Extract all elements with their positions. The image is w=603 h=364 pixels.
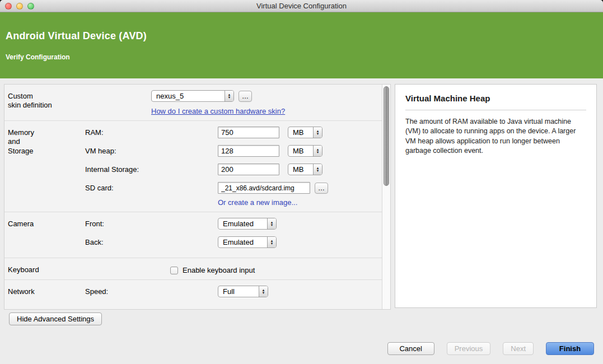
enable-keyboard-label: Enable keyboard input: [183, 266, 255, 274]
window-title: Virtual Device Configuration: [0, 2, 603, 10]
vm-heap-unit-value: MB: [288, 147, 313, 155]
vm-heap-label: VM heap:: [85, 147, 218, 155]
window-zoom-button[interactable]: [27, 3, 34, 10]
cancel-button[interactable]: Cancel: [387, 342, 434, 355]
skin-dropdown[interactable]: nexus_5 ▲▼: [151, 90, 234, 102]
camera-back-label: Back:: [85, 238, 218, 246]
internal-storage-input[interactable]: [218, 164, 279, 175]
avd-config-form: Custom skin definition nexus_5 ▲▼ … How …: [4, 84, 391, 310]
ram-input[interactable]: [218, 127, 279, 138]
network-speed-value: Full: [218, 287, 259, 296]
keyboard-section-label: Keyboard: [8, 264, 85, 274]
sd-card-label: SD card:: [85, 184, 218, 192]
stepper-icon: ▲▼: [267, 237, 276, 248]
camera-section: Camera Front: Emulated ▲▼ Back: Emulated: [4, 212, 382, 258]
content-area: Custom skin definition nexus_5 ▲▼ … How …: [0, 84, 603, 310]
wizard-title: Android Virtual Device (AVD): [6, 30, 603, 42]
window-close-button[interactable]: [5, 3, 12, 10]
help-panel-title: Virtual Machine Heap: [405, 94, 586, 103]
network-speed-label: Speed:: [85, 287, 218, 296]
internal-storage-unit-value: MB: [288, 165, 313, 174]
network-section: Network Speed: Full ▲▼: [4, 280, 382, 307]
camera-section-label: Camera: [8, 218, 85, 253]
stepper-icon: ▲▼: [259, 286, 268, 297]
help-panel-divider: [405, 110, 586, 110]
internal-storage-label: Internal Storage:: [85, 165, 218, 174]
skin-section: Custom skin definition nexus_5 ▲▼ … How …: [4, 85, 382, 121]
next-button[interactable]: Next: [503, 342, 534, 355]
vm-heap-unit-dropdown[interactable]: MB ▲▼: [288, 145, 322, 157]
ram-unit-value: MB: [288, 128, 313, 137]
wizard-subtitle: Verify Configuration: [6, 53, 603, 61]
desktop-backdrop: Virtual Device Configuration: [0, 0, 603, 12]
enable-keyboard-checkbox[interactable]: [170, 267, 178, 274]
stepper-icon: ▲▼: [313, 164, 322, 175]
custom-skin-help-link[interactable]: How do I create a custom hardware skin?: [151, 107, 285, 115]
finish-button[interactable]: Finish: [546, 342, 594, 355]
camera-back-value: Emulated: [218, 238, 267, 246]
form-scroll-area: Custom skin definition nexus_5 ▲▼ … How …: [4, 85, 382, 309]
scrollbar-thumb[interactable]: [384, 86, 389, 186]
stepper-icon: ▲▼: [313, 146, 322, 156]
wizard-footer: Cancel Previous Next Finish: [387, 342, 594, 355]
previous-button[interactable]: Previous: [447, 342, 491, 355]
camera-front-dropdown[interactable]: Emulated ▲▼: [218, 218, 277, 230]
network-speed-dropdown[interactable]: Full ▲▼: [218, 286, 268, 297]
sd-card-input[interactable]: [218, 182, 310, 194]
vm-heap-input[interactable]: [218, 145, 279, 157]
skin-browse-button[interactable]: …: [239, 91, 252, 102]
stepper-icon: ▲▼: [225, 91, 233, 101]
camera-front-label: Front:: [85, 220, 218, 228]
hide-advanced-settings-button[interactable]: Hide Advanced Settings: [9, 312, 102, 325]
stepper-icon: ▲▼: [267, 218, 276, 229]
skin-section-label: Custom skin definition: [8, 90, 85, 115]
stepper-icon: ▲▼: [313, 127, 322, 138]
help-panel: Virtual Machine Heap The amount of RAM a…: [395, 84, 597, 308]
create-new-image-link[interactable]: Or create a new image...: [218, 198, 297, 207]
internal-storage-unit-dropdown[interactable]: MB ▲▼: [288, 164, 322, 175]
wizard-header: Android Virtual Device (AVD) Verify Conf…: [0, 12, 603, 78]
traffic-lights: [5, 3, 34, 10]
sd-card-browse-button[interactable]: …: [315, 183, 328, 194]
camera-front-value: Emulated: [218, 220, 267, 228]
skin-dropdown-value: nexus_5: [152, 92, 225, 100]
ram-label: RAM:: [85, 128, 218, 137]
network-section-label: Network: [8, 286, 85, 302]
keyboard-section: Keyboard Enable keyboard input: [4, 258, 382, 280]
memory-storage-section: Memory and Storage RAM: MB ▲▼ VM heap:: [4, 121, 382, 212]
window-titlebar: Virtual Device Configuration: [0, 0, 603, 12]
ram-unit-dropdown[interactable]: MB ▲▼: [288, 127, 322, 138]
help-panel-body: The amount of RAM available to Java virt…: [405, 117, 586, 156]
form-scrollbar[interactable]: [382, 85, 390, 309]
camera-back-dropdown[interactable]: Emulated ▲▼: [218, 236, 277, 248]
memory-section-label: Memory and Storage: [8, 127, 85, 207]
window-minimize-button[interactable]: [16, 3, 23, 10]
